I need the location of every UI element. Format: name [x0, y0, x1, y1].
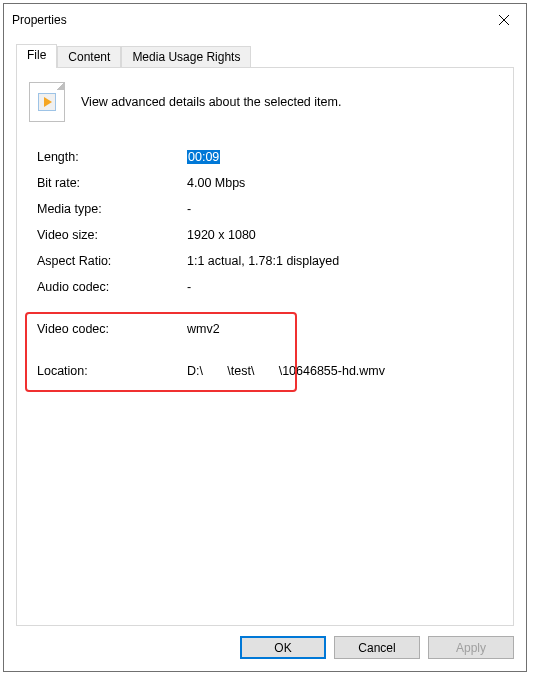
- content-area: File Content Media Usage Rights View adv…: [4, 36, 526, 671]
- close-icon: [499, 15, 509, 25]
- mediatype-label: Media type:: [37, 202, 187, 216]
- property-row-audiocodec: Audio codec: -: [37, 280, 501, 294]
- videocodec-value: wmv2: [187, 322, 220, 336]
- tab-strip: File Content Media Usage Rights: [16, 44, 514, 67]
- header-row: View advanced details about the selected…: [29, 82, 501, 122]
- property-row-aspect: Aspect Ratio: 1:1 actual, 1.78:1 display…: [37, 254, 501, 268]
- properties-window: Properties File Content Media Usage Righ…: [3, 3, 527, 672]
- media-file-icon: [29, 82, 65, 122]
- location-value: D:\ \test\ \10646855-hd.wmv: [187, 364, 385, 378]
- length-label: Length:: [37, 150, 187, 164]
- mediatype-value: -: [187, 202, 191, 216]
- window-title: Properties: [12, 13, 67, 27]
- videosize-value: 1920 x 1080: [187, 228, 256, 242]
- length-value[interactable]: 00:09: [187, 150, 220, 164]
- property-row-bitrate: Bit rate: 4.00 Mbps: [37, 176, 501, 190]
- bitrate-label: Bit rate:: [37, 176, 187, 190]
- description-text: View advanced details about the selected…: [81, 95, 341, 109]
- button-bar: OK Cancel Apply: [16, 626, 514, 659]
- videocodec-label: Video codec:: [37, 322, 187, 336]
- location-label: Location:: [37, 364, 187, 378]
- cancel-button[interactable]: Cancel: [334, 636, 420, 659]
- property-row-length: Length: 00:09: [37, 150, 501, 164]
- close-button[interactable]: [481, 5, 526, 35]
- aspect-value: 1:1 actual, 1.78:1 displayed: [187, 254, 339, 268]
- bitrate-value: 4.00 Mbps: [187, 176, 245, 190]
- titlebar: Properties: [4, 4, 526, 36]
- property-row-videosize: Video size: 1920 x 1080: [37, 228, 501, 242]
- tab-media-usage-rights[interactable]: Media Usage Rights: [121, 46, 251, 67]
- apply-button: Apply: [428, 636, 514, 659]
- audiocodec-label: Audio codec:: [37, 280, 187, 294]
- tab-content[interactable]: Content: [57, 46, 121, 67]
- play-icon: [38, 93, 56, 111]
- property-list: Length: 00:09 Bit rate: 4.00 Mbps Media …: [29, 150, 501, 378]
- tab-file[interactable]: File: [16, 44, 57, 68]
- property-row-location: Location: D:\ \test\ \10646855-hd.wmv: [37, 364, 501, 378]
- property-row-videocodec: Video codec: wmv2: [37, 322, 501, 336]
- videosize-label: Video size:: [37, 228, 187, 242]
- property-row-mediatype: Media type: -: [37, 202, 501, 216]
- audiocodec-value: -: [187, 280, 191, 294]
- ok-button[interactable]: OK: [240, 636, 326, 659]
- tab-panel-file: View advanced details about the selected…: [16, 67, 514, 626]
- aspect-label: Aspect Ratio:: [37, 254, 187, 268]
